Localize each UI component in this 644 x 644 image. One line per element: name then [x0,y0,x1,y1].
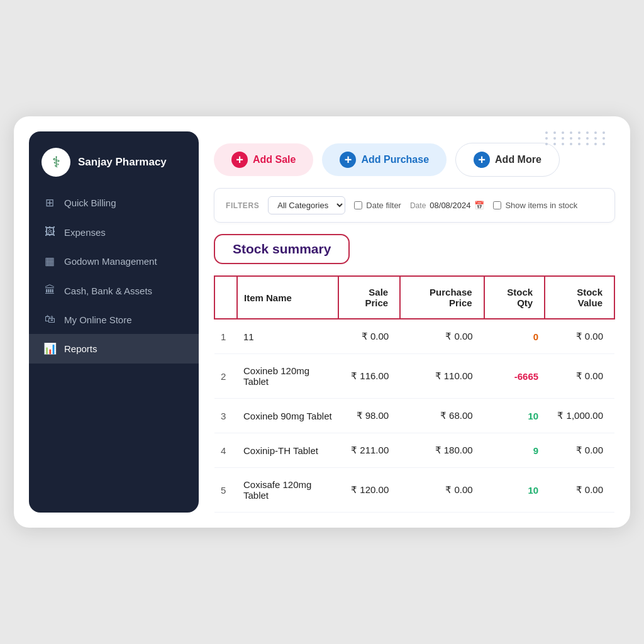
date-filter-checkbox[interactable] [354,201,362,209]
sidebar-item-godown-management[interactable]: ▦ Godown Management [29,247,199,276]
filters-label: FILTERS [226,201,259,210]
row-purchase-price: ₹ 0.00 [400,468,484,513]
stock-summary-heading-container: Stock summary [214,234,615,275]
row-purchase-price: ₹ 180.00 [400,433,484,468]
table-row: 2Coxineb 120mg Tablet₹ 116.00₹ 110.00-66… [214,354,614,399]
show-stock-label: Show items in stock [505,201,577,210]
sidebar-title: Sanjay Pharmacy [78,156,167,169]
table-row: 3Coxineb 90mg Tablet₹ 98.00₹ 68.0010₹ 1,… [214,399,614,433]
reports-icon: 📊 [43,342,57,355]
row-sale-price: ₹ 98.00 [338,399,400,433]
row-num: 3 [214,399,237,433]
row-stock-qty: 0 [484,319,545,354]
sidebar-item-quick-billing[interactable]: ⊞ Quick Billing [29,188,199,218]
add-sale-plus-icon: + [231,152,248,168]
table-row: 5Coxisafe 120mg Tablet₹ 120.00₹ 0.0010₹ … [214,468,614,513]
sidebar-item-reports[interactable]: 📊 Reports [29,334,199,364]
row-purchase-price: ₹ 110.00 [400,354,484,399]
expenses-icon: 🖼 [43,226,57,238]
pharmacy-icon: ⚕ [52,153,60,171]
row-stock-value: ₹ 1,000.00 [545,399,614,433]
table-header: Item Name Sale Price Purchase Price Stoc… [214,276,614,319]
sidebar-item-online-store[interactable]: 🛍 My Online Store [29,305,199,334]
row-stock-value: ₹ 0.00 [545,468,614,513]
action-row: + Add Sale + Add Purchase + Add More [214,143,615,177]
bank-icon: 🏛 [43,284,57,297]
table-row: 111₹ 0.00₹ 0.000₹ 0.00 [214,319,614,354]
row-stock-value: ₹ 0.00 [545,319,614,354]
date-value: 08/08/2024 [430,201,470,210]
sidebar-item-label: Godown Management [64,256,157,267]
stock-summary-heading: Stock summary [214,234,350,264]
col-sale-price: Sale Price [338,276,400,319]
add-more-plus-icon: + [474,152,490,168]
row-item-name: Coxineb 90mg Tablet [237,399,338,433]
sidebar-item-expenses[interactable]: 🖼 Expenses [29,218,199,247]
sidebar-item-label: Reports [64,343,97,354]
row-num: 1 [214,319,237,354]
sidebar-logo: ⚕ [42,148,70,177]
row-num: 5 [214,468,237,513]
sidebar-nav: ⊞ Quick Billing 🖼 Expenses ▦ Godown Mana… [29,188,199,364]
col-num [214,276,237,319]
row-sale-price: ₹ 120.00 [338,468,400,513]
dot-grid-decoration [545,131,608,145]
date-label: Date [410,201,426,210]
add-sale-label: Add Sale [253,154,296,165]
row-stock-value: ₹ 0.00 [545,354,614,399]
row-num: 4 [214,433,237,468]
stock-table: Item Name Sale Price Purchase Price Stoc… [214,275,615,513]
add-sale-button[interactable]: + Add Sale [214,143,313,176]
store-icon: 🛍 [43,313,57,326]
godown-icon: ▦ [43,255,57,268]
add-purchase-button[interactable]: + Add Purchase [322,143,447,176]
row-num: 2 [214,354,237,399]
show-stock-group: Show items in stock [493,201,577,210]
table-body: 111₹ 0.00₹ 0.000₹ 0.002Coxineb 120mg Tab… [214,319,614,513]
calendar-icon[interactable]: 📅 [474,201,484,210]
row-item-name: 11 [237,319,338,354]
add-purchase-label: Add Purchase [361,154,429,165]
col-item-name: Item Name [237,276,338,319]
main-container: ⚕ Sanjay Pharmacy ⊞ Quick Billing 🖼 Expe… [14,116,630,528]
date-filter-group: Date filter [354,201,401,210]
sidebar-item-label: Expenses [64,227,106,238]
row-stock-qty: -6665 [484,354,545,399]
row-item-name: Coxisafe 120mg Tablet [237,468,338,513]
sidebar-item-label: Cash, Bank & Assets [64,286,152,296]
sidebar-item-cash-bank[interactable]: 🏛 Cash, Bank & Assets [29,276,199,305]
sidebar-header: ⚕ Sanjay Pharmacy [29,143,199,188]
sidebar-item-label: My Online Store [64,314,132,325]
date-filter-label: Date filter [366,201,401,210]
sidebar: ⚕ Sanjay Pharmacy ⊞ Quick Billing 🖼 Expe… [29,131,199,513]
row-stock-qty: 10 [484,399,545,433]
col-purchase-price: Purchase Price [400,276,484,319]
category-filter-select[interactable]: All Categories [268,196,345,214]
row-item-name: Coxinip-TH Tablet [237,433,338,468]
add-more-button[interactable]: + Add More [455,143,560,177]
row-stock-qty: 10 [484,468,545,513]
table-wrapper: Item Name Sale Price Purchase Price Stoc… [214,275,615,513]
row-item-name: Coxineb 120mg Tablet [237,354,338,399]
row-stock-qty: 9 [484,433,545,468]
show-stock-checkbox[interactable] [493,201,501,209]
table-header-row: Item Name Sale Price Purchase Price Stoc… [214,276,614,319]
col-stock-value: Stock Value [545,276,614,319]
row-sale-price: ₹ 116.00 [338,354,400,399]
quick-billing-icon: ⊞ [43,196,57,209]
row-purchase-price: ₹ 0.00 [400,319,484,354]
add-more-label: Add More [495,154,541,165]
date-value-group: Date 08/08/2024 📅 [410,201,484,210]
table-row: 4Coxinip-TH Tablet₹ 211.00₹ 180.009₹ 0.0… [214,433,614,468]
filters-row: FILTERS All Categories Date filter Date … [214,188,615,223]
main-content: + Add Sale + Add Purchase + Add More FIL… [199,131,615,513]
col-stock-qty: Stock Qty [484,276,545,319]
add-purchase-plus-icon: + [340,152,356,168]
row-stock-value: ₹ 0.00 [545,433,614,468]
sidebar-item-label: Quick Billing [64,197,116,208]
row-purchase-price: ₹ 68.00 [400,399,484,433]
row-sale-price: ₹ 211.00 [338,433,400,468]
row-sale-price: ₹ 0.00 [338,319,400,354]
